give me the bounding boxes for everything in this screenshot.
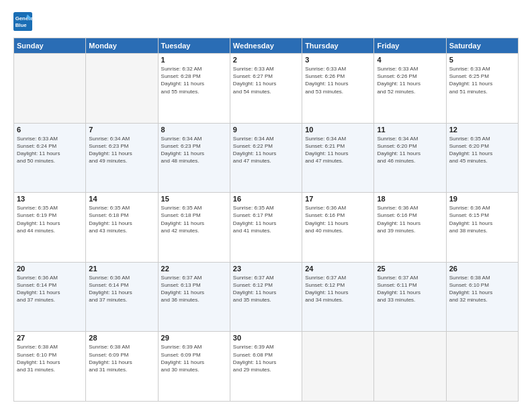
- calendar-cell: 9Sunrise: 6:34 AM Sunset: 6:22 PM Daylig…: [230, 123, 302, 193]
- day-info: Sunrise: 6:36 AM Sunset: 6:14 PM Dayligh…: [89, 274, 154, 304]
- day-number: 17: [305, 195, 371, 203]
- header-thursday: Thursday: [302, 38, 374, 54]
- day-info: Sunrise: 6:36 AM Sunset: 6:16 PM Dayligh…: [305, 204, 371, 234]
- calendar-table: SundayMondayTuesdayWednesdayThursdayFrid…: [13, 38, 519, 402]
- calendar-cell: [86, 54, 158, 124]
- header-tuesday: Tuesday: [158, 38, 230, 54]
- day-number: 26: [449, 265, 515, 273]
- day-number: 10: [305, 126, 371, 134]
- day-info: Sunrise: 6:34 AM Sunset: 6:20 PM Dayligh…: [377, 135, 443, 165]
- day-number: 8: [161, 126, 227, 134]
- day-number: 3: [305, 56, 371, 64]
- day-info: Sunrise: 6:35 AM Sunset: 6:17 PM Dayligh…: [233, 204, 299, 234]
- day-info: Sunrise: 6:36 AM Sunset: 6:16 PM Dayligh…: [377, 204, 443, 234]
- calendar-cell: 26Sunrise: 6:38 AM Sunset: 6:10 PM Dayli…: [446, 262, 518, 332]
- calendar-header-row: SundayMondayTuesdayWednesdayThursdayFrid…: [14, 38, 519, 54]
- day-info: Sunrise: 6:35 AM Sunset: 6:18 PM Dayligh…: [161, 204, 227, 234]
- calendar-cell: 7Sunrise: 6:34 AM Sunset: 6:23 PM Daylig…: [86, 123, 158, 193]
- day-info: Sunrise: 6:36 AM Sunset: 6:14 PM Dayligh…: [17, 274, 83, 304]
- calendar-week-4: 20Sunrise: 6:36 AM Sunset: 6:14 PM Dayli…: [14, 262, 519, 332]
- header-friday: Friday: [374, 38, 446, 54]
- day-number: 9: [233, 126, 299, 134]
- calendar-cell: 4Sunrise: 6:33 AM Sunset: 6:26 PM Daylig…: [374, 54, 446, 124]
- day-info: Sunrise: 6:34 AM Sunset: 6:23 PM Dayligh…: [89, 135, 154, 165]
- day-info: Sunrise: 6:38 AM Sunset: 6:10 PM Dayligh…: [17, 343, 83, 373]
- day-number: 5: [449, 56, 515, 64]
- day-info: Sunrise: 6:34 AM Sunset: 6:21 PM Dayligh…: [305, 135, 371, 165]
- day-number: 28: [89, 334, 154, 342]
- calendar-cell: [374, 332, 446, 402]
- calendar-cell: [14, 54, 86, 124]
- calendar-week-2: 6Sunrise: 6:33 AM Sunset: 6:24 PM Daylig…: [14, 123, 519, 193]
- day-info: Sunrise: 6:37 AM Sunset: 6:11 PM Dayligh…: [377, 274, 443, 304]
- header: General Blue: [13, 12, 519, 31]
- day-info: Sunrise: 6:35 AM Sunset: 6:20 PM Dayligh…: [449, 135, 515, 165]
- logo-icon: General Blue: [13, 12, 32, 31]
- calendar-week-1: 1Sunrise: 6:32 AM Sunset: 6:28 PM Daylig…: [14, 54, 519, 124]
- calendar-cell: 25Sunrise: 6:37 AM Sunset: 6:11 PM Dayli…: [374, 262, 446, 332]
- calendar-cell: 27Sunrise: 6:38 AM Sunset: 6:10 PM Dayli…: [14, 332, 86, 402]
- day-info: Sunrise: 6:33 AM Sunset: 6:26 PM Dayligh…: [377, 65, 443, 95]
- day-info: Sunrise: 6:32 AM Sunset: 6:28 PM Dayligh…: [161, 65, 227, 95]
- day-number: 24: [305, 265, 371, 273]
- day-number: 20: [17, 265, 83, 273]
- day-number: 22: [161, 265, 227, 273]
- day-number: 30: [233, 334, 299, 342]
- calendar-cell: 12Sunrise: 6:35 AM Sunset: 6:20 PM Dayli…: [446, 123, 518, 193]
- day-number: 12: [449, 126, 515, 134]
- day-info: Sunrise: 6:39 AM Sunset: 6:08 PM Dayligh…: [233, 343, 299, 373]
- day-info: Sunrise: 6:33 AM Sunset: 6:27 PM Dayligh…: [233, 65, 299, 95]
- calendar-cell: 14Sunrise: 6:35 AM Sunset: 6:18 PM Dayli…: [86, 193, 158, 263]
- calendar-cell: 24Sunrise: 6:37 AM Sunset: 6:12 PM Dayli…: [302, 262, 374, 332]
- day-number: 14: [89, 195, 154, 203]
- day-info: Sunrise: 6:33 AM Sunset: 6:24 PM Dayligh…: [17, 135, 83, 165]
- calendar-cell: 19Sunrise: 6:36 AM Sunset: 6:15 PM Dayli…: [446, 193, 518, 263]
- day-info: Sunrise: 6:37 AM Sunset: 6:12 PM Dayligh…: [305, 274, 371, 304]
- day-number: 7: [89, 126, 154, 134]
- day-info: Sunrise: 6:34 AM Sunset: 6:22 PM Dayligh…: [233, 135, 299, 165]
- calendar-cell: 13Sunrise: 6:35 AM Sunset: 6:19 PM Dayli…: [14, 193, 86, 263]
- day-number: 29: [161, 334, 227, 342]
- calendar-cell: 22Sunrise: 6:37 AM Sunset: 6:13 PM Dayli…: [158, 262, 230, 332]
- day-info: Sunrise: 6:38 AM Sunset: 6:09 PM Dayligh…: [89, 343, 154, 373]
- header-monday: Monday: [86, 38, 158, 54]
- day-number: 27: [17, 334, 83, 342]
- svg-text:Blue: Blue: [15, 22, 28, 28]
- page: General Blue SundayMondayTuesdayWednesda…: [0, 0, 532, 411]
- calendar-cell: 29Sunrise: 6:39 AM Sunset: 6:09 PM Dayli…: [158, 332, 230, 402]
- calendar-cell: 8Sunrise: 6:34 AM Sunset: 6:23 PM Daylig…: [158, 123, 230, 193]
- calendar-cell: 2Sunrise: 6:33 AM Sunset: 6:27 PM Daylig…: [230, 54, 302, 124]
- day-info: Sunrise: 6:36 AM Sunset: 6:15 PM Dayligh…: [449, 204, 515, 234]
- day-info: Sunrise: 6:37 AM Sunset: 6:12 PM Dayligh…: [233, 274, 299, 304]
- calendar-cell: [446, 332, 518, 402]
- day-info: Sunrise: 6:39 AM Sunset: 6:09 PM Dayligh…: [161, 343, 227, 373]
- day-info: Sunrise: 6:33 AM Sunset: 6:26 PM Dayligh…: [305, 65, 371, 95]
- day-number: 11: [377, 126, 443, 134]
- calendar-cell: 11Sunrise: 6:34 AM Sunset: 6:20 PM Dayli…: [374, 123, 446, 193]
- calendar-cell: 18Sunrise: 6:36 AM Sunset: 6:16 PM Dayli…: [374, 193, 446, 263]
- day-info: Sunrise: 6:33 AM Sunset: 6:25 PM Dayligh…: [449, 65, 515, 95]
- header-wednesday: Wednesday: [230, 38, 302, 54]
- calendar-cell: 6Sunrise: 6:33 AM Sunset: 6:24 PM Daylig…: [14, 123, 86, 193]
- day-info: Sunrise: 6:35 AM Sunset: 6:19 PM Dayligh…: [17, 204, 83, 234]
- day-number: 2: [233, 56, 299, 64]
- calendar-cell: 17Sunrise: 6:36 AM Sunset: 6:16 PM Dayli…: [302, 193, 374, 263]
- day-number: 15: [161, 195, 227, 203]
- calendar-cell: 3Sunrise: 6:33 AM Sunset: 6:26 PM Daylig…: [302, 54, 374, 124]
- day-info: Sunrise: 6:34 AM Sunset: 6:23 PM Dayligh…: [161, 135, 227, 165]
- header-saturday: Saturday: [446, 38, 518, 54]
- day-number: 23: [233, 265, 299, 273]
- day-info: Sunrise: 6:38 AM Sunset: 6:10 PM Dayligh…: [449, 274, 515, 304]
- day-number: 13: [17, 195, 83, 203]
- calendar-cell: 20Sunrise: 6:36 AM Sunset: 6:14 PM Dayli…: [14, 262, 86, 332]
- day-number: 6: [17, 126, 83, 134]
- day-number: 25: [377, 265, 443, 273]
- day-info: Sunrise: 6:37 AM Sunset: 6:13 PM Dayligh…: [161, 274, 227, 304]
- calendar-cell: 15Sunrise: 6:35 AM Sunset: 6:18 PM Dayli…: [158, 193, 230, 263]
- logo: General Blue: [13, 12, 35, 31]
- calendar-week-3: 13Sunrise: 6:35 AM Sunset: 6:19 PM Dayli…: [14, 193, 519, 263]
- calendar-cell: 23Sunrise: 6:37 AM Sunset: 6:12 PM Dayli…: [230, 262, 302, 332]
- calendar-cell: 30Sunrise: 6:39 AM Sunset: 6:08 PM Dayli…: [230, 332, 302, 402]
- calendar-cell: 10Sunrise: 6:34 AM Sunset: 6:21 PM Dayli…: [302, 123, 374, 193]
- day-info: Sunrise: 6:35 AM Sunset: 6:18 PM Dayligh…: [89, 204, 154, 234]
